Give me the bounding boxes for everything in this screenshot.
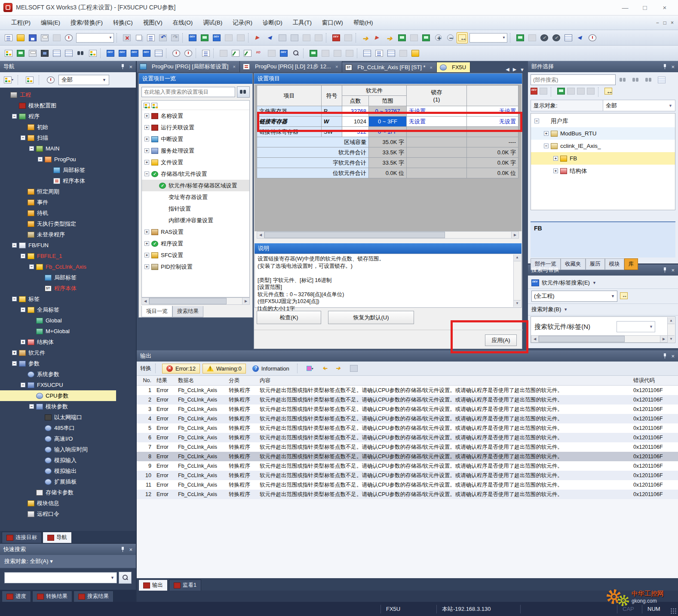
nav-tree-item[interactable]: 扩展插板 [0, 476, 136, 487]
cell-latch2[interactable] [467, 127, 518, 137]
cell-latch[interactable]: 无设置 [407, 116, 467, 127]
box-icon-icon[interactable] [374, 48, 385, 59]
monitor-write-icon[interactable] [420, 32, 432, 43]
nav-tree-item[interactable]: Global [0, 315, 136, 326]
quick-search-input[interactable]: ▼ [4, 572, 117, 583]
output-row[interactable]: 9ErrorFb_CcLInk_Axis转换程序软元件超出范围或指针类型标签点数… [137, 461, 678, 471]
monitor-stop-icon[interactable] [408, 32, 420, 43]
expander-icon[interactable]: − [12, 114, 17, 119]
tab-list-icon[interactable]: ▼ [520, 67, 525, 72]
cell-latch2[interactable]: 无设置 [467, 106, 518, 116]
expander-icon[interactable]: + [144, 264, 149, 269]
find-hscrollbar[interactable]: ◀ ▶ [531, 335, 668, 343]
watch-stopwatch-icon[interactable] [171, 48, 182, 59]
menu-item[interactable]: 帮助(H) [348, 17, 378, 29]
output-row[interactable]: 1ErrorFb_CcLInk_Axis转换程序软元件超出范围或指针类型标签点数… [137, 386, 678, 395]
close-icon[interactable]: × [671, 267, 675, 273]
program-list-icon[interactable] [51, 48, 62, 59]
io-assign-icon[interactable] [254, 48, 265, 59]
label-edit-icon[interactable] [230, 48, 241, 59]
cell-points[interactable]: 1024 [342, 116, 369, 127]
nav-tree-item[interactable]: 存储卡参数 [0, 487, 136, 498]
menu-item[interactable]: 窗口(W) [317, 17, 348, 29]
nav-tree-item[interactable]: −模块参数 [0, 401, 136, 412]
nav-tab-导航[interactable]: 导航 [43, 532, 72, 543]
cell-latch[interactable] [407, 127, 467, 137]
bookmark-set-icon[interactable] [372, 32, 383, 43]
clear-output-icon[interactable] [348, 363, 359, 374]
find-prev-icon[interactable] [617, 74, 629, 85]
information-filter-toggle[interactable]: Information [248, 364, 293, 373]
library-tree-item[interactable]: +ModBus_RTU [531, 127, 675, 140]
gray-3-icon[interactable] [527, 32, 538, 43]
nav-tree-item[interactable]: 远程口令 [0, 509, 136, 519]
parameter-edit-icon[interactable] [27, 48, 38, 59]
find-target-row[interactable]: 搜索对象(B) ▼ [528, 304, 678, 316]
menu-item[interactable]: 工程(P) [6, 17, 36, 29]
menu-item[interactable]: 调试(B) [198, 17, 227, 29]
nav-tree-item[interactable]: −FB/FUN [0, 240, 136, 251]
expander-icon[interactable]: − [29, 404, 34, 409]
nav-tree-item[interactable]: 高速I/O [0, 433, 136, 444]
got-link-icon[interactable] [278, 48, 289, 59]
favorite-star-icon[interactable] [567, 88, 575, 96]
tab-scroll-right-icon[interactable]: ▶ [513, 67, 516, 72]
element-tab-收藏夹[interactable]: 收藏夹 [561, 258, 586, 270]
fit-width-icon[interactable] [457, 32, 468, 43]
expander-icon[interactable]: − [12, 297, 17, 301]
expander-icon[interactable]: − [12, 243, 17, 248]
expander-icon[interactable]: + [553, 169, 558, 173]
element-tab-履历[interactable]: 履历 [586, 258, 605, 270]
element-tab-库[interactable]: 库 [624, 258, 638, 270]
scroll-left-icon[interactable]: ◀ [257, 232, 264, 238]
gray-8-icon[interactable] [344, 48, 355, 59]
nav-tree-item[interactable]: 程序本体 [0, 175, 136, 186]
paste-icon[interactable] [145, 32, 156, 43]
scroll-down-icon[interactable]: ▼ [514, 300, 521, 307]
grid-view-icon[interactable] [63, 48, 74, 59]
description-vscrollbar[interactable]: ▲ ▼ [513, 254, 521, 307]
nav-tree-item[interactable]: +软元件 [0, 347, 136, 358]
remote-operation-icon[interactable] [289, 32, 300, 43]
setting-search-input[interactable] [141, 87, 235, 97]
nav-tree-item[interactable]: −参数 [0, 358, 136, 369]
gray-6-icon[interactable] [320, 48, 331, 59]
find-list-icon[interactable] [656, 74, 667, 85]
element-search-input[interactable] [531, 74, 616, 85]
scroll-left-icon[interactable]: ◀ [531, 336, 539, 342]
undo-icon[interactable] [157, 32, 169, 43]
close-icon[interactable]: × [671, 64, 675, 70]
element-tab-模块[interactable]: 模块 [605, 258, 624, 270]
output-row[interactable]: 6ErrorFb_CcLInk_Axis转换程序软元件超出范围或指针类型标签点数… [137, 433, 678, 442]
document-tab[interactable]: ProgPou [PRG] [局部标签设置]× [137, 61, 240, 72]
cell-latch2[interactable]: 无设置 [467, 116, 518, 127]
copy-icon[interactable] [133, 32, 144, 43]
expander-icon[interactable]: + [553, 156, 558, 161]
find-binoculars-icon[interactable] [75, 48, 86, 59]
setting-tree-item[interactable]: 变址寄存器设置 [142, 191, 249, 203]
gray-5-icon[interactable] [266, 48, 277, 59]
nav-tree-item[interactable]: 模拟输入 [0, 455, 136, 466]
nav-tree-item[interactable]: −标签 [0, 294, 136, 304]
help-icon[interactable] [63, 32, 74, 43]
project-tree-icon[interactable] [3, 48, 14, 59]
cell-latch[interactable]: 无设置 [407, 106, 467, 116]
expander-icon[interactable]: − [38, 157, 43, 162]
find-device-combo[interactable]: ▼ [617, 321, 655, 332]
expander-icon[interactable]: − [12, 361, 17, 366]
expand-all-icon[interactable] [151, 102, 157, 108]
menu-item[interactable]: 记录(R) [227, 17, 258, 29]
nav-tree-item[interactable]: −MAIN [0, 143, 136, 154]
zoom-combo-combo[interactable]: ▼ [469, 33, 507, 43]
scope-settings-icon[interactable] [620, 292, 628, 300]
setting-search-button[interactable] [237, 86, 250, 98]
nav-tree-item[interactable]: 模块配置图 [0, 100, 136, 111]
quick-search-scope[interactable]: 搜索对象: 全部(A) ▾ [0, 555, 136, 568]
minimize-button[interactable]: — [615, 1, 635, 14]
pin-icon[interactable] [663, 267, 667, 273]
nav-tree-item[interactable]: 程序本体 [0, 283, 136, 294]
menu-item[interactable]: 视图(V) [138, 17, 168, 29]
close-icon[interactable]: × [129, 64, 132, 70]
ladder-monitor-icon[interactable] [199, 32, 210, 43]
maximize-button[interactable]: □ [635, 1, 655, 14]
